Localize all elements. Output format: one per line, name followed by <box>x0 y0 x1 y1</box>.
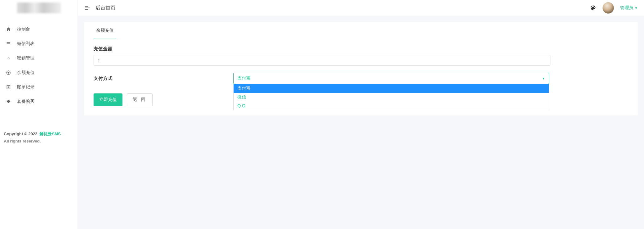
svg-point-0 <box>8 57 9 59</box>
svg-rect-3 <box>7 86 10 89</box>
nav-menu: 控制台 短信列表 密钥管理 余额充值 账单记录 <box>0 16 78 109</box>
list-icon <box>6 41 11 47</box>
nav-item-sms-list[interactable]: 短信列表 <box>0 36 78 51</box>
sidebar-footer: Copyright © 2022. 解忧云SMS All rights rese… <box>0 127 65 147</box>
recharge-form: 充值金额 支付方式 支付宝 ▼ 支付宝 微信 Q Q 立即充值 <box>84 38 638 115</box>
logo-image <box>17 3 61 13</box>
amount-input[interactable] <box>94 55 550 66</box>
header-left: 后台首页 <box>84 5 116 11</box>
main-content: 余额充值 充值金额 支付方式 支付宝 ▼ 支付宝 微信 Q Q <box>78 16 644 229</box>
home-icon <box>6 26 11 32</box>
tab-recharge[interactable]: 余额充值 <box>94 22 116 38</box>
caret-down-icon: ▼ <box>635 6 638 10</box>
select-dropdown: 支付宝 微信 Q Q <box>233 84 549 110</box>
nav-item-label: 密钥管理 <box>17 55 35 61</box>
user-label: 管理员 <box>620 5 633 11</box>
key-icon <box>6 55 11 61</box>
header-right: 管理员 ▼ <box>590 2 638 14</box>
nav-item-recharge[interactable]: 余额充值 <box>0 65 78 80</box>
tab-label: 余额充值 <box>96 28 114 33</box>
card: 余额充值 充值金额 支付方式 支付宝 ▼ 支付宝 微信 Q Q <box>84 22 638 115</box>
select-option-qq[interactable]: Q Q <box>234 102 549 110</box>
method-label: 支付方式 <box>94 75 233 81</box>
menu-toggle-icon[interactable] <box>84 5 90 11</box>
avatar[interactable] <box>603 2 614 14</box>
coin-icon <box>6 70 11 75</box>
select-option-alipay[interactable]: 支付宝 <box>234 84 549 93</box>
bill-icon <box>6 84 11 90</box>
copyright-text: Copyright © 2022. <box>4 131 40 136</box>
header: 后台首页 管理员 ▼ <box>78 0 644 16</box>
nav-item-label: 余额充值 <box>17 70 35 75</box>
nav-item-dashboard[interactable]: 控制台 <box>0 22 78 36</box>
footer-link[interactable]: 解忧云SMS <box>40 131 61 136</box>
nav-item-packages[interactable]: 套餐购买 <box>0 94 78 109</box>
breadcrumb: 后台首页 <box>95 5 116 11</box>
select-option-wechat[interactable]: 微信 <box>234 93 549 102</box>
nav-item-bills[interactable]: 账单记录 <box>0 80 78 94</box>
nav-item-label: 短信列表 <box>17 41 35 47</box>
nav-item-key-management[interactable]: 密钥管理 <box>0 51 78 65</box>
logo-area <box>0 0 78 16</box>
chevron-down-icon: ▼ <box>542 77 545 80</box>
select-display[interactable]: 支付宝 ▼ <box>233 73 549 84</box>
amount-label: 充值金额 <box>94 46 628 52</box>
tabs: 余额充值 <box>84 22 638 38</box>
sidebar: 控制台 短信列表 密钥管理 余额充值 账单记录 <box>0 0 78 229</box>
payment-method-row: 支付方式 支付宝 ▼ 支付宝 微信 Q Q <box>94 73 628 84</box>
nav-item-label: 套餐购买 <box>17 99 35 104</box>
rights-text: All rights reserved. <box>4 139 61 143</box>
back-button[interactable]: 返 回 <box>127 93 153 106</box>
select-value: 支付宝 <box>237 75 251 81</box>
svg-point-2 <box>8 72 9 73</box>
tag-icon <box>6 99 11 104</box>
nav-item-label: 账单记录 <box>17 84 35 90</box>
user-dropdown[interactable]: 管理员 ▼ <box>620 5 638 11</box>
payment-method-select[interactable]: 支付宝 ▼ 支付宝 微信 Q Q <box>233 73 549 84</box>
palette-icon[interactable] <box>590 5 596 11</box>
nav-item-label: 控制台 <box>17 26 30 32</box>
submit-button[interactable]: 立即充值 <box>94 93 122 106</box>
